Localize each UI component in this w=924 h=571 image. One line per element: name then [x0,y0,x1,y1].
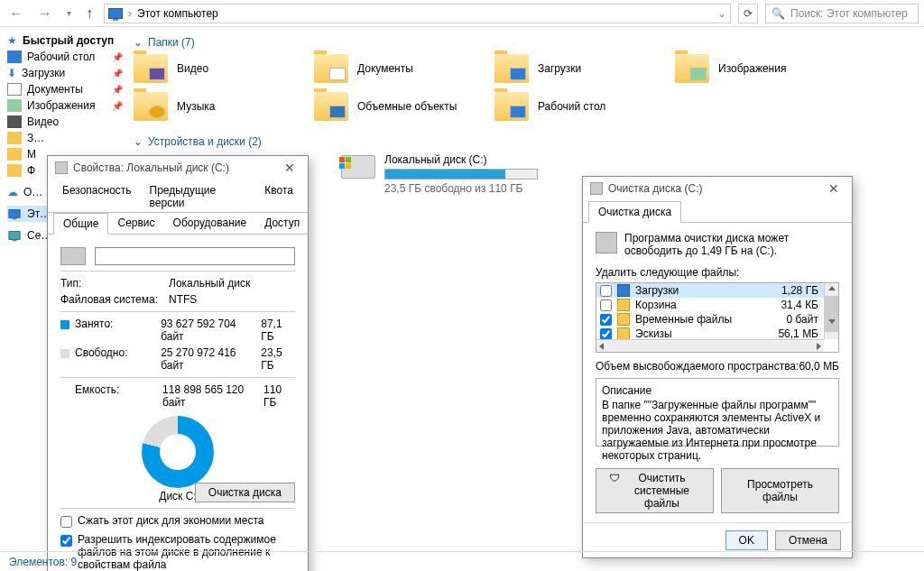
desktop-icon [7,51,22,63]
dialog-titlebar[interactable]: Свойства: Локальный диск (C:) ✕ [48,156,308,180]
chevron-down-icon[interactable]: ⌄ [717,7,726,20]
drive-local-c[interactable]: Локальный диск (C:) 23,5 ГБ свободно из … [384,153,538,195]
close-button[interactable]: ✕ [279,161,300,175]
label: Видео [177,62,208,75]
tab-security[interactable]: Безопасность [53,180,141,213]
folder-icon [134,54,168,83]
label: Рабочий стол [27,51,95,63]
file-row[interactable]: Временные файлы0 байт [596,312,838,327]
free-swatch [60,349,69,358]
tab-quota[interactable]: Квота [255,180,302,213]
folder-documents[interactable]: Документы [314,54,494,83]
file-checkbox[interactable] [600,285,612,297]
description-box: Описание В папке ""Загруженные файлы про… [596,378,839,447]
value: 118 898 565 120 байт [162,383,254,409]
scrollbar-vertical[interactable] [824,283,838,339]
pin-icon: 📌 [112,101,123,111]
section-drives-header[interactable]: ⌄Устройства и диски (2) [134,135,924,148]
nav-up-icon[interactable]: ↑ [82,5,97,22]
label: Занято: [75,318,113,330]
tab-cleanup[interactable]: Очистка диска [588,201,681,223]
disk-cleanup-button[interactable]: Очистка диска [195,483,295,502]
label: Емкость: [60,383,153,409]
sidebar-downloads[interactable]: ⬇Загрузки📌 [7,65,126,81]
file-name: Загрузки [635,284,679,297]
label: Рабочий стол [538,100,605,113]
file-row[interactable]: Загрузки1,28 ГБ [596,283,838,298]
compress-checkbox[interactable]: Сжать этот диск для экономии места [60,514,295,528]
label: Документы [27,83,83,96]
folder-desktop[interactable]: Рабочий стол [494,92,675,121]
file-name: Корзина [635,299,677,311]
sidebar-desktop[interactable]: Рабочий стол📌 [7,49,126,65]
sidebar-video[interactable]: Видео [7,114,126,130]
tab-tools[interactable]: Сервис [108,213,163,235]
nav-recent-icon[interactable]: ▾ [63,8,75,18]
sidebar-item[interactable]: З… [7,130,126,146]
scrollbar-horizontal[interactable] [596,339,824,352]
close-button[interactable]: ✕ [823,181,845,196]
cancel-button[interactable]: Отмена [775,530,841,550]
dialog-title: Очистка диска (C:) [608,182,703,195]
freed-value: 60,0 МБ [799,360,839,373]
used-swatch [60,320,69,329]
label: Видео [27,115,59,128]
refresh-button[interactable]: ⟳ [738,4,758,23]
clean-system-button[interactable]: 🛡Очистить системные файлы [596,468,714,513]
tab-row-1: Безопасность Предыдущие версии Квота [48,180,308,213]
view-files-button[interactable]: Просмотреть файлы [721,468,839,513]
section-folders-header[interactable]: ⌄Папки (7) [134,36,924,49]
cleanup-icon [596,232,617,253]
dialog-titlebar[interactable]: Очистка диска (C:) ✕ [583,177,852,200]
folder-downloads[interactable]: Загрузки [494,54,675,83]
chevron-down-icon: ⌄ [134,135,143,148]
ok-button[interactable]: OK [725,530,768,550]
status-text: Элементов: 9 [9,556,77,568]
tab-prev-versions[interactable]: Предыдущие версии [141,180,256,213]
label: Музыка [177,100,215,113]
folder-icon [7,132,22,144]
tab-general[interactable]: Общие [53,213,108,235]
file-checkbox[interactable] [600,314,612,326]
value: 110 ГБ [263,383,295,409]
value: 25 270 972 416 байт [161,346,252,372]
tab-hardware[interactable]: Оборудование [164,213,256,235]
value: 23,5 ГБ [261,346,295,372]
label: Изображения [718,62,786,75]
sidebar-pictures[interactable]: Изображения📌 [7,97,126,114]
chevron-down-icon: ⌄ [134,36,143,49]
download-icon: ⬇ [7,67,16,79]
sidebar-documents[interactable]: Документы📌 [7,81,126,97]
folder-video[interactable]: Видео [134,54,314,83]
folder-icon [675,54,709,83]
label: Быстрый доступ [23,34,114,47]
drive-icon [60,247,86,265]
folder-icon [314,92,348,121]
file-checkbox[interactable] [600,328,612,340]
sidebar-quick-access[interactable]: ★Быстрый доступ [7,32,126,49]
label: Очистить системные файлы [624,472,700,510]
file-list[interactable]: Загрузки1,28 ГБКорзина31,4 КБВременные ф… [596,282,839,353]
breadcrumb[interactable]: › Этот компьютер ⌄ [104,4,731,23]
pictures-icon [7,99,22,112]
file-icon [617,327,630,340]
tab-sharing[interactable]: Доступ [255,213,309,235]
file-checkbox[interactable] [600,299,612,311]
drive-name: Локальный диск (C:) [384,153,538,166]
tab-row-2: Общие Сервис Оборудование Доступ [48,212,308,235]
file-row[interactable]: Корзина31,4 КБ [596,298,838,312]
label: З… [27,132,44,144]
breadcrumb-text: Этот компьютер [137,7,218,20]
label: Ф [27,164,35,177]
volume-label-input[interactable] [95,247,295,265]
folder-pictures[interactable]: Изображения [675,54,855,83]
folder-music[interactable]: Музыка [134,92,314,121]
search-input[interactable]: 🔍 Поиск: Этот компьютер [765,4,919,23]
folder-icon [494,92,529,121]
usage-bar [384,169,538,180]
value: 87,1 ГБ [261,318,295,343]
nav-back-icon[interactable]: ← [5,5,27,22]
nav-forward-icon[interactable]: → [34,5,56,22]
folder-3d[interactable]: Объемные объекты [314,92,494,121]
pin-icon: 📌 [112,52,123,62]
